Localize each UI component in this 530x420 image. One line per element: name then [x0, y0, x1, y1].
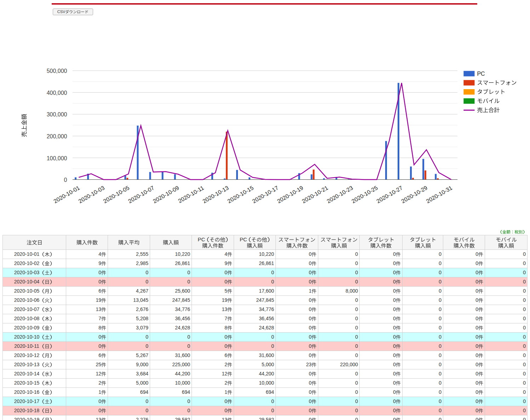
svg-text:2020-10-17: 2020-10-17	[251, 185, 279, 205]
svg-text:2020-10-23: 2020-10-23	[326, 185, 354, 205]
svg-text:PC: PC	[477, 71, 485, 77]
svg-text:2020-10-29: 2020-10-29	[400, 185, 428, 205]
svg-text:2020-10-27: 2020-10-27	[376, 185, 404, 205]
svg-text:2020-10-19: 2020-10-19	[276, 185, 304, 205]
svg-text:500,000: 500,000	[47, 68, 67, 74]
svg-text:2020-10-15: 2020-10-15	[227, 185, 255, 205]
svg-text:2020-10-01: 2020-10-01	[53, 185, 81, 205]
svg-text:2020-10-21: 2020-10-21	[301, 185, 329, 205]
svg-text:2020-10-09: 2020-10-09	[152, 185, 180, 205]
svg-text:400,000: 400,000	[47, 90, 67, 96]
svg-text:0: 0	[64, 177, 67, 183]
svg-text:300,000: 300,000	[47, 111, 67, 117]
svg-text:2020-10-31: 2020-10-31	[425, 185, 453, 205]
svg-text:2020-10-11: 2020-10-11	[177, 185, 205, 204]
svg-text:2020-10-05: 2020-10-05	[102, 185, 130, 205]
svg-text:100,000: 100,000	[47, 155, 67, 161]
svg-text:2020-10-07: 2020-10-07	[127, 185, 155, 205]
svg-text:200,000: 200,000	[47, 133, 67, 139]
svg-text:2020-10-13: 2020-10-13	[201, 185, 229, 205]
svg-text:2020-10-03: 2020-10-03	[78, 185, 106, 205]
svg-text:2020-10-25: 2020-10-25	[351, 185, 378, 205]
